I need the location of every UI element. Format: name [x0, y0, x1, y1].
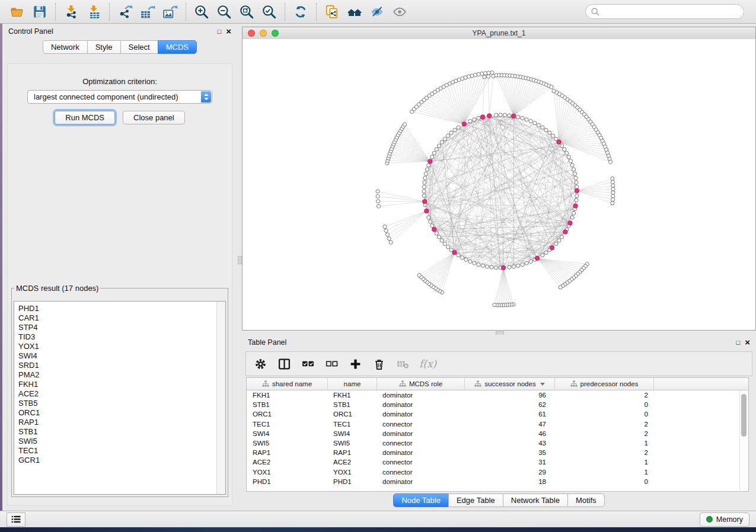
result-node-item[interactable]: FKH1 — [18, 380, 225, 389]
cell-predecessors[interactable]: 1 — [555, 469, 654, 476]
save-session-button[interactable] — [28, 2, 51, 21]
table-row[interactable]: SWI4SWI4dominator462 — [247, 429, 748, 438]
result-node-item[interactable]: STB5 — [18, 399, 225, 408]
search-box[interactable] — [585, 4, 744, 19]
select-all-button[interactable] — [301, 357, 315, 371]
zoom-in-button[interactable] — [190, 2, 213, 21]
result-node-item[interactable]: PHD1 — [18, 304, 225, 313]
tab-edge-table[interactable]: Edge Table — [448, 493, 503, 507]
hide-selected-button[interactable] — [366, 2, 388, 21]
cell-successors[interactable]: 31 — [465, 459, 555, 466]
cell-name[interactable]: FKH1 — [328, 392, 377, 399]
cell-predecessors[interactable]: 2 — [555, 449, 654, 456]
close-panel-button[interactable]: Close panel — [123, 111, 185, 124]
open-file-button[interactable] — [6, 2, 28, 21]
cell-shared-name[interactable]: FKH1 — [247, 392, 328, 399]
table-settings-button[interactable] — [253, 357, 267, 371]
export-image-button[interactable] — [159, 2, 181, 21]
result-node-item[interactable]: SRD1 — [18, 361, 225, 370]
cell-successors[interactable]: 47 — [465, 421, 555, 428]
result-node-item[interactable]: ORC1 — [18, 408, 225, 418]
result-node-item[interactable]: CAR1 — [18, 313, 225, 323]
search-input[interactable] — [600, 7, 744, 17]
cell-name[interactable]: ACE2 — [328, 459, 377, 466]
cell-successors[interactable]: 62 — [465, 401, 555, 408]
result-node-item[interactable]: PMA2 — [18, 370, 225, 380]
table-row[interactable]: TEC1TEC1connector472 — [247, 419, 748, 429]
vertical-splitter[interactable] — [237, 24, 242, 511]
result-node-item[interactable]: SWI4 — [18, 351, 225, 361]
import-network-button[interactable] — [60, 2, 82, 21]
cell-predecessors[interactable]: 0 — [555, 478, 654, 485]
float-panel-icon[interactable]: □ — [736, 339, 741, 346]
horizontal-splitter[interactable] — [242, 331, 756, 335]
result-node-item[interactable]: STB1 — [18, 427, 225, 437]
first-neighbors-button[interactable] — [343, 2, 366, 21]
cell-role[interactable]: connector — [377, 440, 465, 447]
result-node-item[interactable]: YOX1 — [18, 342, 225, 351]
result-node-item[interactable]: STP4 — [18, 323, 225, 332]
cell-predecessors[interactable]: 1 — [555, 440, 654, 447]
cell-shared-name[interactable]: YOX1 — [247, 469, 328, 476]
function-builder-button[interactable]: f(x) — [419, 357, 436, 371]
cell-name[interactable]: RAP1 — [328, 449, 377, 456]
result-node-item[interactable]: SWI5 — [18, 437, 225, 446]
cell-shared-name[interactable]: RAP1 — [247, 449, 328, 456]
cell-role[interactable]: dominator — [377, 430, 465, 437]
cell-name[interactable]: SWI5 — [328, 440, 377, 447]
cell-successors[interactable]: 43 — [465, 440, 555, 447]
network-graph[interactable] — [243, 39, 755, 330]
import-table-button[interactable] — [82, 2, 105, 21]
tab-select[interactable]: Select — [120, 40, 158, 54]
add-row-button[interactable] — [348, 357, 362, 371]
zoom-out-button[interactable] — [213, 2, 235, 21]
table-row[interactable]: RAP1RAP1dominator352 — [247, 448, 748, 457]
tab-network[interactable]: Network — [43, 40, 88, 54]
result-node-item[interactable]: ACE2 — [18, 389, 225, 399]
table-row[interactable]: YOX1YOX1connector291 — [247, 467, 748, 477]
scrollbar-thumb[interactable] — [741, 394, 747, 437]
tab-motifs[interactable]: Motifs — [567, 493, 605, 507]
cell-shared-name[interactable]: SWI4 — [247, 430, 328, 437]
duplicate-network-button[interactable] — [321, 2, 343, 21]
memory-button[interactable]: Memory — [700, 512, 749, 527]
criterion-dropdown[interactable]: largest connected component (undirected) — [27, 90, 212, 104]
result-list-scrollbar[interactable] — [216, 302, 225, 494]
cell-name[interactable]: ORC1 — [328, 411, 377, 418]
refresh-view-button[interactable] — [289, 2, 312, 21]
export-network-button[interactable] — [114, 2, 136, 21]
cell-role[interactable]: connector — [377, 459, 465, 466]
column-header-name[interactable]: name — [328, 378, 377, 390]
delete-table-button[interactable] — [395, 357, 410, 371]
export-table-button[interactable] — [136, 2, 159, 21]
table-row[interactable]: STB1STB1dominator620 — [247, 400, 748, 409]
close-panel-icon[interactable]: × — [745, 339, 750, 345]
cell-name[interactable]: TEC1 — [328, 421, 377, 428]
column-header-successor-nodes[interactable]: successor nodes — [465, 378, 555, 390]
cell-predecessors[interactable]: 2 — [555, 421, 654, 428]
task-history-button[interactable] — [7, 512, 25, 527]
cell-role[interactable]: dominator — [377, 411, 465, 418]
cell-role[interactable]: connector — [377, 469, 465, 476]
cell-role[interactable]: dominator — [377, 449, 465, 456]
cell-predecessors[interactable]: 2 — [555, 392, 654, 399]
sort-menu-icon[interactable] — [540, 383, 545, 386]
zoom-selected-button[interactable] — [258, 2, 280, 21]
tab-mcds[interactable]: MCDS — [158, 40, 197, 54]
close-panel-icon[interactable]: × — [226, 28, 231, 34]
run-mcds-button[interactable]: Run MCDS — [55, 111, 115, 124]
cell-role[interactable]: connector — [377, 421, 465, 428]
cell-name[interactable]: STB1 — [328, 401, 377, 408]
cell-predecessors[interactable]: 1 — [555, 459, 654, 466]
cell-predecessors[interactable]: 0 — [555, 401, 654, 408]
result-node-item[interactable]: TEC1 — [18, 446, 225, 456]
cell-name[interactable]: YOX1 — [328, 469, 377, 476]
cell-successors[interactable]: 18 — [465, 478, 555, 485]
result-node-item[interactable]: TID3 — [18, 332, 225, 342]
zoom-fit-button[interactable] — [235, 2, 258, 21]
cell-shared-name[interactable]: PHD1 — [247, 478, 328, 485]
cell-successors[interactable]: 35 — [465, 449, 555, 456]
cell-shared-name[interactable]: ACE2 — [247, 459, 328, 466]
show-columns-button[interactable] — [277, 357, 291, 371]
mcds-result-list[interactable]: PHD1CAR1STP4TID3YOX1SWI4SRD1PMA2FKH1ACE2… — [14, 301, 226, 495]
